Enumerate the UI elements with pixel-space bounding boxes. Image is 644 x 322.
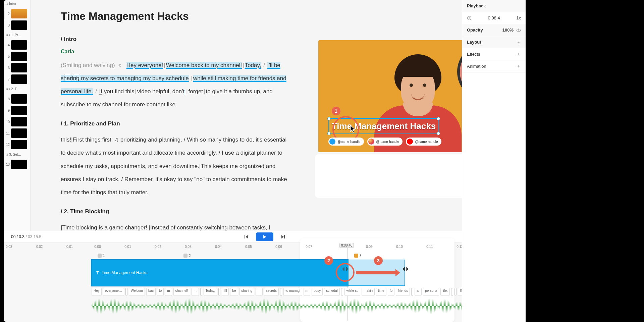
scene-labels-row: 123 [4, 254, 526, 259]
scene-thumb-2[interactable]: 2 [4, 8, 30, 19]
ruler-tick: 0:04 [215, 245, 221, 249]
time-ruler[interactable]: -0:03-0:02-0:010:000:010:020:030:040:050… [4, 243, 526, 252]
visibility-icon[interactable] [516, 28, 521, 33]
section-intro-label: / Intro [61, 36, 292, 43]
plus-icon[interactable]: + [516, 52, 521, 57]
word-token[interactable]: Hey [92, 288, 102, 296]
word-token[interactable]: makin [362, 288, 375, 296]
word-token[interactable]: Welcom [129, 288, 145, 296]
word-token[interactable]: life. [440, 288, 450, 296]
word-track[interactable]: Heyeveryone…Welcombactomchannel!…Today,I… [92, 288, 526, 296]
trim-handle-start[interactable] [342, 265, 348, 273]
opacity-row[interactable]: Opacity 100% [462, 24, 526, 36]
word-token[interactable]: time [376, 288, 386, 296]
scene-group-2[interactable]: # / 2. Ti… [4, 85, 30, 93]
resize-handle-bl[interactable] [327, 132, 331, 135]
section-1-label: / 1. Prioritize and Plan [61, 120, 292, 127]
word-token[interactable]: channel! [173, 288, 190, 296]
scene-thumb-8[interactable]: 8 [4, 94, 30, 104]
timeline-scene-label[interactable]: 3 [354, 254, 362, 258]
effects-row[interactable]: Effects + [462, 48, 526, 60]
word-token[interactable]: m [304, 288, 310, 296]
section-1-body[interactable]: this!|First things first: ♫ prioritizing… [61, 133, 292, 199]
social-instagram[interactable]: @name-handle [367, 138, 403, 146]
prev-button[interactable] [241, 233, 251, 241]
word-token[interactable] [341, 288, 343, 296]
scene-group-3[interactable]: # 3. Set… [4, 151, 30, 158]
resize-handle-br[interactable] [437, 132, 440, 135]
text-cursor [185, 89, 185, 95]
word-token[interactable]: Today, [204, 288, 217, 296]
plus-icon[interactable]: + [516, 64, 521, 69]
word-token[interactable]: fo [388, 288, 394, 296]
scene-thumb-10[interactable]: 10 [4, 116, 30, 127]
ruler-tick: 0:10 [396, 245, 402, 249]
scene-thumb-4[interactable]: 4 [4, 40, 30, 50]
scene-group-intro[interactable]: # Intro [4, 0, 30, 8]
play-button[interactable] [256, 232, 273, 241]
cursor-icon [350, 125, 356, 133]
scene-thumb-11[interactable]: 11 [4, 128, 30, 139]
word-token[interactable]: while sti [344, 288, 361, 296]
ruler-tick: -0:03 [5, 245, 12, 249]
annotation-1: 1 [332, 107, 340, 115]
title-clip[interactable]: T Time Management Hacks [92, 260, 348, 286]
word-token[interactable] [200, 288, 202, 296]
word-token[interactable] [218, 288, 220, 296]
scene-thumb-6[interactable]: 6 [4, 62, 30, 73]
timeline-scene-label[interactable]: 1 [98, 254, 105, 258]
word-token[interactable]: persona [423, 288, 439, 296]
ruler-tick: 0:11 [426, 245, 433, 249]
word-token[interactable]: bac [146, 288, 156, 296]
app-root: # Intro 2 3 # / 1. Pr… 4 5 6 7 # / 2. Ti… [4, 0, 526, 322]
word-token[interactable]: to managi [283, 288, 302, 296]
chevron-down-icon [516, 40, 521, 45]
trim-handle-end[interactable] [402, 265, 409, 273]
ruler-tick: 0:01 [124, 245, 131, 249]
playback-header: Playback [462, 0, 526, 12]
animation-row[interactable]: Animation + [462, 60, 526, 72]
word-token[interactable]: busy [312, 288, 323, 296]
word-token[interactable]: m [165, 288, 172, 296]
scene-thumb-13[interactable]: 13 [4, 159, 30, 170]
resize-handle-tl[interactable] [327, 117, 331, 120]
word-token[interactable]: … [192, 288, 199, 296]
timeline[interactable]: -0:03-0:02-0:010:000:010:020:030:040:050… [4, 243, 526, 322]
scene-thumb-7[interactable]: 7 [4, 74, 30, 85]
word-token[interactable] [451, 288, 453, 296]
word-token[interactable] [454, 288, 457, 296]
word-token[interactable]: everyone… [103, 288, 124, 296]
word-token[interactable] [411, 288, 413, 296]
word-token[interactable]: schedul [324, 288, 339, 296]
word-token[interactable]: secrets [264, 288, 279, 296]
ruler-tick: 0:07 [306, 245, 312, 249]
scene-thumb-9[interactable]: 9 [4, 105, 30, 116]
word-token[interactable]: friends [396, 288, 410, 296]
word-token[interactable]: to [157, 288, 164, 296]
scene-thumb-5[interactable]: 5 [4, 51, 30, 62]
scene-group-1[interactable]: # / 1. Pr… [4, 31, 30, 39]
social-twitter[interactable]: @name-handle [328, 138, 364, 146]
next-button[interactable] [278, 233, 288, 241]
word-token[interactable]: be [230, 288, 238, 296]
person-graphic [374, 52, 462, 152]
social-youtube[interactable]: @name-handle [406, 138, 441, 146]
script-intro-paragraph[interactable]: (Smiling and waiving) ♫ Hey everyone!|We… [61, 59, 292, 111]
playback-time-row[interactable]: 0:08.4 1x [462, 12, 526, 24]
word-token[interactable]: sharing [239, 288, 255, 296]
word-token[interactable] [280, 288, 282, 296]
word-token[interactable]: ar [415, 288, 422, 296]
word-token[interactable]: I'll [222, 288, 229, 296]
timeline-scene-label[interactable]: 2 [183, 254, 191, 258]
word-token[interactable]: m [256, 288, 262, 296]
youtube-icon [407, 139, 413, 145]
layout-row[interactable]: Layout [462, 36, 526, 48]
ruler-tick: 0:05 [245, 245, 252, 249]
resize-handle-tr[interactable] [437, 117, 440, 120]
twitter-icon [329, 139, 335, 145]
scene-thumb-12[interactable]: 12 [4, 139, 30, 150]
script-panel[interactable]: Time Management Hacks / Intro Carla / + … [31, 0, 312, 235]
waveform-track[interactable] [92, 297, 521, 315]
scene-thumb-3[interactable]: 3 [4, 20, 30, 31]
word-token[interactable] [125, 288, 127, 296]
